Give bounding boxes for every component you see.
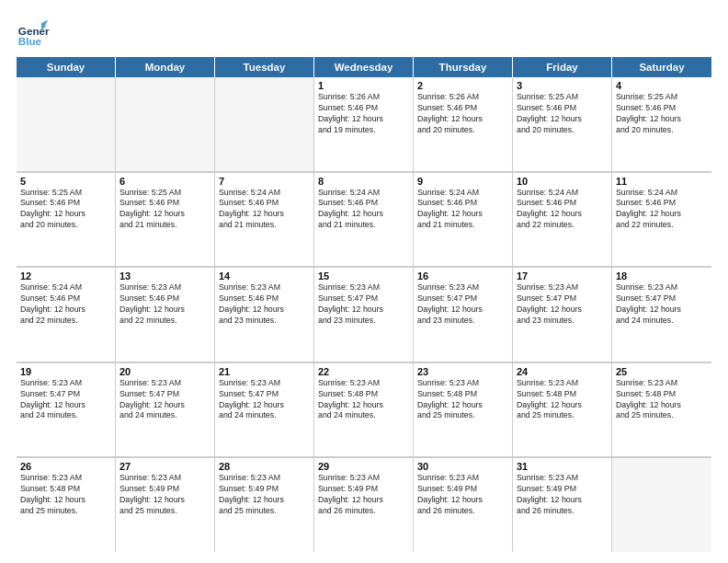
day-number: 24 — [517, 366, 608, 377]
day-info: Sunrise: 5:26 AM Sunset: 5:46 PM Dayligh… — [318, 92, 409, 136]
table-row: 16Sunrise: 5:23 AM Sunset: 5:47 PM Dayli… — [414, 268, 513, 362]
table-row: 8Sunrise: 5:24 AM Sunset: 5:46 PM Daylig… — [314, 173, 414, 267]
header: General Blue — [17, 17, 711, 50]
calendar-row-2: 5Sunrise: 5:25 AM Sunset: 5:46 PM Daylig… — [17, 172, 711, 268]
day-number: 30 — [417, 461, 508, 472]
day-number: 16 — [417, 270, 508, 282]
day-number: 19 — [20, 366, 111, 377]
day-number: 11 — [616, 176, 708, 187]
table-row: 28Sunrise: 5:23 AM Sunset: 5:49 PM Dayli… — [215, 458, 314, 552]
table-row: 5Sunrise: 5:25 AM Sunset: 5:46 PM Daylig… — [17, 173, 116, 267]
table-row: 23Sunrise: 5:23 AM Sunset: 5:48 PM Dayli… — [414, 363, 513, 457]
day-info: Sunrise: 5:24 AM Sunset: 5:46 PM Dayligh… — [219, 188, 310, 232]
day-info: Sunrise: 5:23 AM Sunset: 5:49 PM Dayligh… — [219, 473, 310, 517]
logo: General Blue — [17, 17, 50, 50]
day-info: Sunrise: 5:24 AM Sunset: 5:46 PM Dayligh… — [417, 188, 508, 232]
day-info: Sunrise: 5:23 AM Sunset: 5:47 PM Dayligh… — [318, 282, 409, 327]
table-row — [116, 77, 215, 171]
day-info: Sunrise: 5:25 AM Sunset: 5:46 PM Dayligh… — [517, 92, 608, 136]
day-info: Sunrise: 5:23 AM Sunset: 5:47 PM Dayligh… — [417, 282, 508, 327]
svg-text:Blue: Blue — [18, 35, 42, 47]
day-number: 21 — [219, 366, 310, 377]
day-number: 28 — [219, 461, 310, 472]
table-row: 20Sunrise: 5:23 AM Sunset: 5:47 PM Dayli… — [116, 363, 215, 457]
table-row — [17, 77, 116, 171]
table-row: 15Sunrise: 5:23 AM Sunset: 5:47 PM Dayli… — [314, 268, 414, 362]
page: General Blue SundayMondayTuesdayWednesda… — [0, 0, 728, 563]
table-row — [612, 458, 711, 552]
day-info: Sunrise: 5:23 AM Sunset: 5:48 PM Dayligh… — [417, 378, 508, 422]
table-row: 17Sunrise: 5:23 AM Sunset: 5:47 PM Dayli… — [513, 268, 612, 362]
day-number: 6 — [119, 176, 210, 187]
table-row: 11Sunrise: 5:24 AM Sunset: 5:46 PM Dayli… — [612, 173, 711, 267]
day-info: Sunrise: 5:24 AM Sunset: 5:46 PM Dayligh… — [20, 282, 111, 327]
day-info: Sunrise: 5:25 AM Sunset: 5:46 PM Dayligh… — [20, 188, 111, 232]
day-info: Sunrise: 5:23 AM Sunset: 5:49 PM Dayligh… — [119, 473, 210, 517]
table-row: 6Sunrise: 5:25 AM Sunset: 5:46 PM Daylig… — [116, 173, 215, 267]
table-row: 25Sunrise: 5:23 AM Sunset: 5:48 PM Dayli… — [612, 363, 711, 457]
day-number: 13 — [119, 270, 210, 282]
day-number: 1 — [318, 80, 409, 91]
day-number: 5 — [20, 176, 111, 187]
table-row: 24Sunrise: 5:23 AM Sunset: 5:48 PM Dayli… — [513, 363, 612, 457]
day-number: 3 — [517, 80, 608, 91]
day-info: Sunrise: 5:23 AM Sunset: 5:48 PM Dayligh… — [318, 378, 409, 422]
header-day-saturday: Saturday — [612, 57, 711, 77]
day-number: 20 — [119, 366, 210, 377]
day-number: 26 — [20, 461, 111, 472]
day-number: 25 — [616, 366, 708, 377]
calendar-body: 1Sunrise: 5:26 AM Sunset: 5:46 PM Daylig… — [17, 77, 711, 552]
table-row: 1Sunrise: 5:26 AM Sunset: 5:46 PM Daylig… — [314, 77, 414, 171]
day-number: 22 — [318, 366, 409, 377]
header-day-thursday: Thursday — [414, 57, 513, 77]
header-day-sunday: Sunday — [17, 57, 116, 77]
day-info: Sunrise: 5:24 AM Sunset: 5:46 PM Dayligh… — [616, 188, 708, 232]
header-day-monday: Monday — [116, 57, 215, 77]
table-row: 19Sunrise: 5:23 AM Sunset: 5:47 PM Dayli… — [17, 363, 116, 457]
calendar-row-4: 19Sunrise: 5:23 AM Sunset: 5:47 PM Dayli… — [17, 362, 711, 458]
table-row: 3Sunrise: 5:25 AM Sunset: 5:46 PM Daylig… — [513, 77, 612, 171]
table-row — [215, 77, 314, 171]
table-row: 4Sunrise: 5:25 AM Sunset: 5:46 PM Daylig… — [612, 77, 711, 171]
day-number: 15 — [318, 270, 409, 282]
table-row: 12Sunrise: 5:24 AM Sunset: 5:46 PM Dayli… — [17, 268, 116, 362]
day-number: 12 — [20, 270, 111, 282]
day-info: Sunrise: 5:23 AM Sunset: 5:49 PM Dayligh… — [318, 473, 409, 517]
day-info: Sunrise: 5:23 AM Sunset: 5:46 PM Dayligh… — [219, 282, 310, 327]
header-day-tuesday: Tuesday — [215, 57, 314, 77]
day-number: 9 — [417, 176, 508, 187]
day-info: Sunrise: 5:25 AM Sunset: 5:46 PM Dayligh… — [119, 188, 210, 232]
table-row: 22Sunrise: 5:23 AM Sunset: 5:48 PM Dayli… — [314, 363, 414, 457]
calendar-header: SundayMondayTuesdayWednesdayThursdayFrid… — [17, 57, 711, 77]
day-number: 23 — [417, 366, 508, 377]
day-info: Sunrise: 5:23 AM Sunset: 5:48 PM Dayligh… — [20, 473, 111, 517]
day-info: Sunrise: 5:23 AM Sunset: 5:47 PM Dayligh… — [119, 378, 210, 422]
day-info: Sunrise: 5:26 AM Sunset: 5:46 PM Dayligh… — [417, 92, 508, 136]
calendar-row-5: 26Sunrise: 5:23 AM Sunset: 5:48 PM Dayli… — [17, 457, 711, 552]
header-day-wednesday: Wednesday — [314, 57, 414, 77]
table-row: 18Sunrise: 5:23 AM Sunset: 5:47 PM Dayli… — [612, 268, 711, 362]
day-number: 7 — [219, 176, 310, 187]
day-number: 4 — [616, 80, 708, 91]
table-row: 31Sunrise: 5:23 AM Sunset: 5:49 PM Dayli… — [513, 458, 612, 552]
calendar-row-3: 12Sunrise: 5:24 AM Sunset: 5:46 PM Dayli… — [17, 267, 711, 362]
day-info: Sunrise: 5:23 AM Sunset: 5:48 PM Dayligh… — [616, 378, 708, 422]
table-row: 2Sunrise: 5:26 AM Sunset: 5:46 PM Daylig… — [414, 77, 513, 171]
table-row: 14Sunrise: 5:23 AM Sunset: 5:46 PM Dayli… — [215, 268, 314, 362]
table-row: 26Sunrise: 5:23 AM Sunset: 5:48 PM Dayli… — [17, 458, 116, 552]
table-row: 30Sunrise: 5:23 AM Sunset: 5:49 PM Dayli… — [414, 458, 513, 552]
day-number: 29 — [318, 461, 409, 472]
day-info: Sunrise: 5:23 AM Sunset: 5:47 PM Dayligh… — [20, 378, 111, 422]
day-info: Sunrise: 5:23 AM Sunset: 5:49 PM Dayligh… — [517, 473, 608, 517]
day-number: 18 — [616, 270, 708, 282]
day-info: Sunrise: 5:23 AM Sunset: 5:47 PM Dayligh… — [616, 282, 708, 327]
day-info: Sunrise: 5:24 AM Sunset: 5:46 PM Dayligh… — [517, 188, 608, 232]
table-row: 13Sunrise: 5:23 AM Sunset: 5:46 PM Dayli… — [116, 268, 215, 362]
header-day-friday: Friday — [513, 57, 612, 77]
day-number: 31 — [517, 461, 608, 472]
day-info: Sunrise: 5:23 AM Sunset: 5:47 PM Dayligh… — [517, 282, 608, 327]
day-info: Sunrise: 5:23 AM Sunset: 5:48 PM Dayligh… — [517, 378, 608, 422]
calendar-row-1: 1Sunrise: 5:26 AM Sunset: 5:46 PM Daylig… — [17, 77, 711, 172]
day-info: Sunrise: 5:24 AM Sunset: 5:46 PM Dayligh… — [318, 188, 409, 232]
day-number: 14 — [219, 270, 310, 282]
